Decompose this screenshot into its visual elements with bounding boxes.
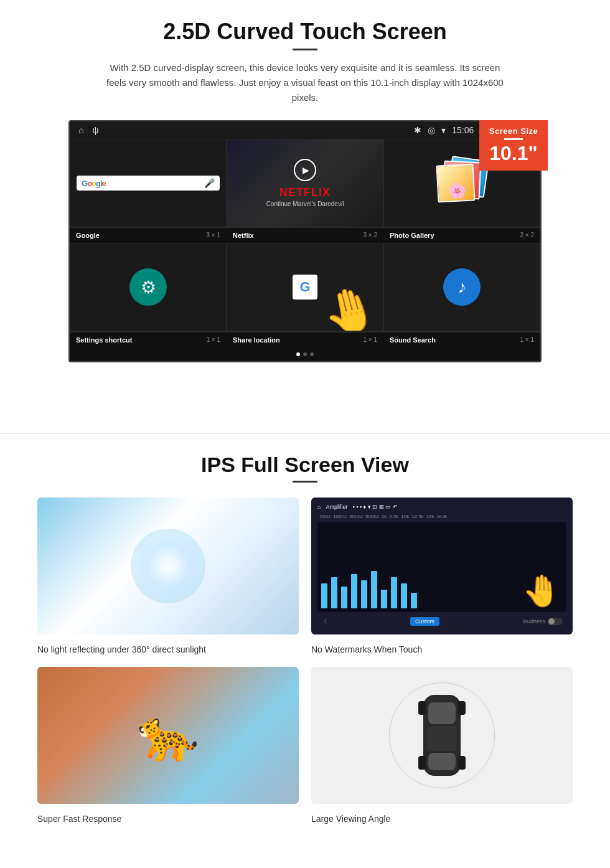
- badge-size: 10.1": [488, 143, 539, 164]
- dot-3: [310, 352, 314, 356]
- section-curved-screen: 2.5D Curved Touch Screen With 2.5D curve…: [0, 0, 610, 415]
- netflix-logo: NETFLIX: [279, 186, 331, 199]
- app-cell-google[interactable]: Google 🎤: [70, 139, 227, 227]
- sun-glow: [131, 529, 205, 603]
- amp-home-icon: ⌂: [317, 504, 321, 510]
- sunlight-label: No light reflecting under 360° direct su…: [37, 644, 299, 654]
- app-labels-row1: Google 3 × 1 Netflix 3 × 2 Photo Gallery…: [70, 227, 540, 243]
- car-label: Large Viewing Angle: [311, 814, 573, 824]
- device-screen: ⌂ ψ ✱ ◎ ▾ 15:06 ⊡ ◁) ⊠ ▭: [68, 120, 542, 362]
- amp-freq-labels: 60hz100hz200hz500hz1k2.5k10k12.5k15kSUB: [317, 514, 566, 519]
- netflix-content: NETFLIX Continue Marvel's Daredevil: [227, 139, 383, 227]
- car-image: [311, 667, 573, 804]
- eq-bar-9: [401, 583, 407, 608]
- app-grid-row1: Google 🎤 NETFLIX Continue Marvel's Dared…: [70, 139, 540, 227]
- maps-g-icon: G: [293, 275, 317, 300]
- share-label: Share location: [233, 336, 280, 344]
- netflix-label: Netflix: [233, 232, 254, 239]
- section2-underline: [293, 481, 317, 483]
- bluetooth-icon: ✱: [414, 125, 421, 135]
- pagination-dots: [70, 347, 540, 361]
- app-cell-share[interactable]: G 🤚: [227, 243, 383, 331]
- amplifier-label: No Watermarks When Touch: [311, 644, 573, 654]
- section-divider: [0, 433, 610, 434]
- car-circle: [389, 682, 495, 788]
- cheetah-label: Super Fast Response: [37, 814, 299, 824]
- amp-custom-btn[interactable]: Custom: [410, 617, 439, 626]
- google-dim: 3 × 1: [206, 232, 220, 239]
- settings-inner: ⚙: [123, 243, 173, 331]
- badge-label: Screen Size: [488, 126, 539, 136]
- amp-loudness: loudness: [523, 618, 563, 625]
- eq-bar-8: [391, 577, 397, 608]
- status-bar: ⌂ ψ ✱ ◎ ▾ 15:06 ⊡ ◁) ⊠ ▭: [70, 121, 540, 139]
- badge-underline: [504, 138, 523, 140]
- amp-title: Amplifier: [326, 504, 347, 510]
- amp-header: ⌂ Amplifier ▪ ▪ ▪ ♦ ▾ ⊡ ⊠ ▭ ↶: [317, 504, 566, 510]
- app-cell-netflix[interactable]: NETFLIX Continue Marvel's Daredevil: [227, 139, 383, 227]
- hand-spacer: [37, 365, 573, 402]
- app-cell-sound[interactable]: ♪: [383, 243, 540, 331]
- sound-inner: ♪: [437, 243, 487, 331]
- app-label-netflix: Netflix 3 × 2: [227, 227, 383, 243]
- dot-2: [303, 352, 307, 356]
- share-dim: 1 × 1: [363, 336, 377, 344]
- feature-grid: No light reflecting under 360° direct su…: [37, 498, 573, 824]
- cheetah-emoji: 🐆: [137, 706, 199, 765]
- time-display: 15:06: [452, 125, 474, 135]
- section1-title: 2.5D Curved Touch Screen: [37, 19, 573, 45]
- amplifier-image: ⌂ Amplifier ▪ ▪ ▪ ♦ ▾ ⊡ ⊠ ▭ ↶ 60hz100hz2…: [311, 498, 573, 634]
- app-label-photo: Photo Gallery 2 × 2: [383, 227, 540, 243]
- cheetah-image: 🐆: [37, 667, 299, 804]
- eq-bar-7: [381, 590, 387, 608]
- settings-label: Settings shortcut: [76, 336, 132, 344]
- app-label-settings: Settings shortcut 1 × 1: [70, 332, 227, 347]
- app-label-google: Google 3 × 1: [70, 227, 227, 243]
- sound-label: Sound Search: [390, 336, 436, 344]
- amp-eq-area: ✋: [317, 522, 566, 612]
- google-logo: Google: [82, 179, 106, 188]
- sound-dim: 1 × 1: [520, 336, 534, 344]
- eq-bar-3: [341, 587, 347, 608]
- hand-touch-icon: ✋: [522, 573, 560, 609]
- dot-1: [296, 352, 300, 356]
- app-grid-row2: ⚙ G 🤚: [70, 243, 540, 331]
- photo-dim: 2 × 2: [520, 232, 534, 239]
- car-view-container: [386, 679, 498, 791]
- eq-bar-4: [351, 574, 357, 608]
- feature-sunlight: No light reflecting under 360° direct su…: [37, 498, 299, 654]
- usb-icon: ψ: [92, 125, 98, 135]
- home-icon[interactable]: ⌂: [78, 125, 83, 135]
- status-bar-left: ⌂ ψ: [78, 125, 98, 135]
- sunlight-image: [37, 498, 299, 634]
- section-ips: IPS Full Screen View No light reflecting…: [0, 440, 610, 842]
- feature-amplifier: ⌂ Amplifier ▪ ▪ ▪ ♦ ▾ ⊡ ⊠ ▭ ↶ 60hz100hz2…: [311, 498, 573, 654]
- play-button[interactable]: [294, 159, 316, 181]
- eq-bar-1: [321, 583, 327, 608]
- app-label-share: Share location 1 × 1: [227, 332, 383, 347]
- google-cell-inner: Google 🎤: [70, 139, 226, 227]
- settings-dim: 1 × 1: [206, 336, 220, 344]
- eq-bar-10: [411, 593, 417, 608]
- toggle-switch[interactable]: [548, 618, 563, 625]
- app-label-sound: Sound Search 1 × 1: [383, 332, 540, 347]
- section1-underline: [293, 49, 317, 50]
- settings-icon-wrap: ⚙: [129, 268, 167, 306]
- amp-icons: ▪ ▪ ▪ ♦ ▾ ⊡ ⊠ ▭ ↶: [352, 504, 397, 510]
- app-cell-settings[interactable]: ⚙: [70, 243, 227, 331]
- eq-bar-2: [331, 577, 337, 608]
- location-icon: ◎: [428, 125, 435, 135]
- amp-nav-icons: 《: [321, 618, 327, 626]
- google-label: Google: [76, 232, 100, 239]
- sun-rays: [131, 529, 205, 603]
- google-search-bar[interactable]: Google 🎤: [77, 176, 220, 191]
- music-note-icon: ♪: [458, 277, 466, 297]
- app-labels-row2: Settings shortcut 1 × 1 Share location 1…: [70, 331, 540, 347]
- screen-size-badge: Screen Size 10.1": [479, 120, 548, 171]
- flower-icon: 🌸: [438, 171, 477, 210]
- mic-icon[interactable]: 🎤: [204, 178, 215, 188]
- gear-icon: ⚙: [141, 277, 156, 298]
- wifi-icon: ▾: [441, 125, 446, 135]
- netflix-dim: 3 × 2: [363, 232, 377, 239]
- feature-car: Large Viewing Angle: [311, 667, 573, 824]
